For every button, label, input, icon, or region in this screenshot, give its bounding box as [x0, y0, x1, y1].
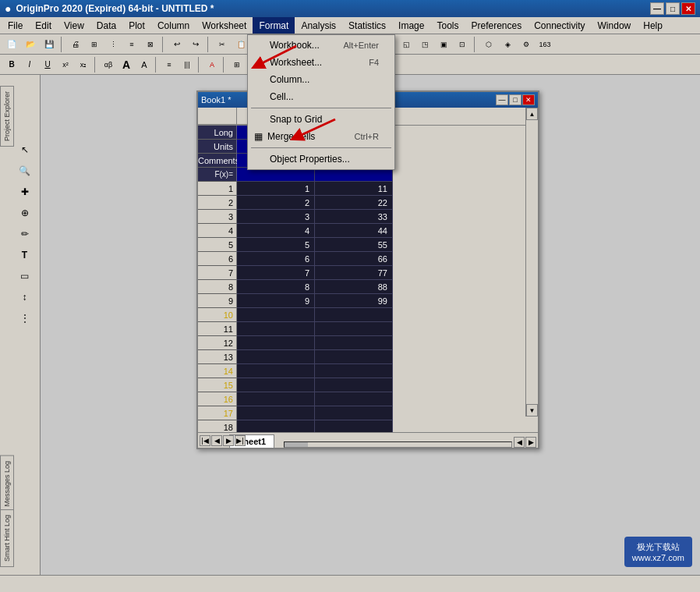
menu-data[interactable]: Data — [90, 17, 122, 34]
minimize-button[interactable]: — — [650, 2, 664, 15]
cell-6-a[interactable]: 6 — [237, 252, 315, 266]
tool-pointer[interactable]: ↖ — [14, 140, 36, 159]
cell-17-b[interactable] — [315, 406, 393, 420]
cell-4-a[interactable]: 4 — [237, 224, 315, 238]
cell-5-a[interactable]: 5 — [237, 238, 315, 252]
book-close[interactable]: ✕ — [522, 94, 535, 105]
bold-button[interactable]: B — [3, 56, 20, 73]
hscroll-left[interactable]: ◀ — [514, 437, 525, 448]
cell-12-b[interactable] — [315, 336, 393, 350]
tool-rotate[interactable]: ⊕ — [14, 204, 36, 222]
menu-preferences[interactable]: Preferences — [465, 17, 528, 34]
fmt-btn-1[interactable]: ⊞ — [228, 56, 246, 73]
save-button[interactable]: 💾 — [41, 36, 58, 53]
tb-btn-18[interactable]: ◳ — [416, 36, 433, 53]
cell-2-b[interactable]: 22 — [315, 196, 393, 210]
book-maximize[interactable]: □ — [509, 94, 521, 105]
italic-button[interactable]: I — [21, 56, 38, 73]
sheet-nav-next[interactable]: ▶ — [223, 435, 234, 446]
cell-7-b[interactable]: 77 — [315, 266, 393, 280]
cell-9-a[interactable]: 9 — [237, 294, 315, 308]
menu-view[interactable]: View — [58, 17, 90, 34]
tb-btn-23[interactable]: ⚙ — [518, 36, 535, 53]
menu-statistics[interactable]: Statistics — [342, 17, 392, 34]
font-color[interactable]: A — [203, 56, 221, 73]
tb-btn-6[interactable]: ↩ — [168, 36, 186, 53]
menu-help[interactable]: Help — [637, 17, 669, 34]
cell-8-a[interactable]: 8 — [237, 280, 315, 294]
superscript-button[interactable]: x² — [57, 56, 74, 73]
cell-15-b[interactable] — [315, 378, 393, 392]
font-size-big[interactable]: A — [118, 56, 135, 73]
subscript-button[interactable]: x₂ — [75, 56, 92, 73]
align-center[interactable]: ||| — [179, 56, 196, 73]
cell-3-a[interactable]: 3 — [237, 210, 315, 224]
cell-10-b[interactable] — [315, 308, 393, 322]
open-button[interactable]: 📂 — [22, 36, 39, 53]
cell-9-b[interactable]: 99 — [315, 294, 393, 308]
cell-15-a[interactable] — [237, 378, 315, 392]
tool-pencil[interactable]: ✏ — [14, 225, 36, 243]
tb-btn-7[interactable]: ↪ — [187, 36, 204, 53]
cell-17-a[interactable] — [237, 406, 315, 420]
tool-text[interactable]: T — [14, 246, 36, 264]
tb-btn-2[interactable]: ⊞ — [86, 36, 103, 53]
menu-window[interactable]: Window — [592, 17, 638, 34]
menu-entry-merge[interactable]: ▦ Merge cells Ctrl+R — [248, 128, 394, 145]
tb-btn-4[interactable]: ≡ — [123, 36, 140, 53]
scroll-down[interactable]: ▼ — [526, 404, 538, 417]
cell-12-a[interactable] — [237, 336, 315, 350]
tb-btn-5[interactable]: ⊠ — [142, 36, 159, 53]
cell-3-b[interactable]: 33 — [315, 210, 393, 224]
print-button[interactable]: 🖨 — [67, 36, 84, 53]
tb-btn-21[interactable]: ⬡ — [480, 36, 497, 53]
cell-14-a[interactable] — [237, 364, 315, 378]
underline-button[interactable]: U — [39, 56, 56, 73]
menu-entry-cell[interactable]: Cell... — [248, 88, 394, 105]
vertical-scrollbar[interactable]: ▲ ▼ — [525, 108, 538, 417]
tb-btn-24[interactable]: 163 — [536, 36, 553, 53]
cell-16-a[interactable] — [237, 392, 315, 406]
tb-btn-17[interactable]: ◱ — [398, 36, 415, 53]
cell-2-a[interactable]: 2 — [237, 196, 315, 210]
menu-entry-object-props[interactable]: Object Properties... — [248, 151, 394, 168]
menu-plot[interactable]: Plot — [122, 17, 151, 34]
menu-edit[interactable]: Edit — [29, 17, 58, 34]
cell-13-b[interactable] — [315, 350, 393, 364]
cell-18-b[interactable] — [315, 420, 393, 432]
cell-4-b[interactable]: 44 — [315, 224, 393, 238]
font-alpha[interactable]: αβ — [100, 56, 117, 73]
menu-entry-column[interactable]: Column... — [248, 71, 394, 88]
tb-btn-19[interactable]: ▣ — [435, 36, 452, 53]
cell-11-b[interactable] — [315, 322, 393, 336]
menu-tools[interactable]: Tools — [430, 17, 465, 34]
sheet-nav-prev[interactable]: ◀ — [211, 435, 222, 446]
new-button[interactable]: 📄 — [3, 36, 20, 53]
tool-more[interactable]: ⋮ — [14, 309, 36, 328]
messages-log-tab[interactable]: Messages Log — [0, 456, 14, 512]
tool-zoom[interactable]: 🔍 — [14, 161, 36, 180]
menu-column[interactable]: Column — [151, 17, 196, 34]
cell-7-a[interactable]: 7 — [237, 266, 315, 280]
cell-1-b[interactable]: 11 — [315, 182, 393, 196]
cell-16-b[interactable] — [315, 392, 393, 406]
tb-btn-20[interactable]: ⊡ — [454, 36, 471, 53]
book-minimize[interactable]: — — [496, 94, 508, 105]
cell-5-b[interactable]: 55 — [315, 238, 393, 252]
menu-analysis[interactable]: Analysis — [295, 17, 342, 34]
maximize-button[interactable]: □ — [666, 2, 680, 15]
scroll-track[interactable] — [526, 120, 538, 404]
smart-hint-tab[interactable]: Smart Hint Log — [0, 509, 14, 567]
cell-6-b[interactable]: 66 — [315, 252, 393, 266]
tb-btn-22[interactable]: ◈ — [499, 36, 516, 53]
cell-10-a[interactable] — [237, 308, 315, 322]
font-size-small[interactable]: A — [136, 56, 153, 73]
tool-add[interactable]: ✚ — [14, 183, 36, 201]
menu-entry-worksheet[interactable]: Worksheet... F4 — [248, 54, 394, 71]
cell-18-a[interactable] — [237, 420, 315, 432]
tb-btn-8[interactable]: ✂ — [214, 36, 231, 53]
tool-rect[interactable]: ▭ — [14, 267, 36, 285]
scroll-up[interactable]: ▲ — [526, 108, 538, 120]
cell-11-a[interactable] — [237, 322, 315, 336]
menu-entry-snap[interactable]: Snap to Grid — [248, 111, 394, 128]
